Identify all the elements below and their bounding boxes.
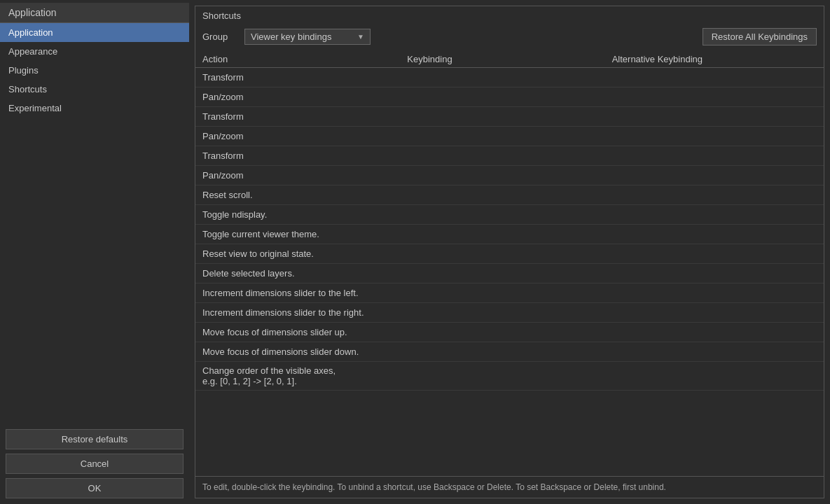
ok-button[interactable]: OK bbox=[6, 478, 184, 498]
action-cell: Delete selected layers. bbox=[202, 268, 407, 279]
col-keybinding: Keybinding bbox=[407, 54, 611, 64]
restore-defaults-button[interactable]: Restore defaults bbox=[6, 429, 184, 449]
main-content: Shortcuts Group Viewer key bindings ▼ Re… bbox=[189, 0, 830, 504]
sidebar-nav: ApplicationAppearancePluginsShortcutsExp… bbox=[0, 23, 189, 118]
action-cell: Change order of the visible axes, e.g. [… bbox=[202, 365, 407, 386]
table-row[interactable]: Move focus of dimensions slider up. bbox=[195, 323, 824, 342]
group-label: Group bbox=[202, 31, 237, 42]
table-row[interactable]: Delete selected layers. bbox=[195, 264, 824, 284]
action-cell: Pan/zoom bbox=[202, 131, 407, 141]
action-cell: Transform bbox=[202, 150, 407, 161]
action-cell: Reset view to original state. bbox=[202, 248, 407, 259]
group-dropdown[interactable]: Viewer key bindings ▼ bbox=[244, 29, 371, 45]
table-row[interactable]: Pan/zoom bbox=[195, 127, 824, 146]
table-row[interactable]: Reset scroll. bbox=[195, 186, 824, 205]
action-cell: Pan/zoom bbox=[202, 170, 407, 181]
table-body[interactable]: TransformPan/zoomTransformPan/zoomTransf… bbox=[195, 68, 824, 476]
table-row[interactable]: Transform bbox=[195, 146, 824, 166]
table-row[interactable]: Increment dimensions slider to the right… bbox=[195, 303, 824, 323]
table-row[interactable]: Change order of the visible axes, e.g. [… bbox=[195, 362, 824, 391]
app-title: Application bbox=[0, 3, 189, 23]
table-row[interactable]: Move focus of dimensions slider down. bbox=[195, 342, 824, 362]
action-cell: Move focus of dimensions slider down. bbox=[202, 346, 407, 357]
sidebar-item-plugins[interactable]: Plugins bbox=[0, 61, 189, 80]
table-row[interactable]: Toggle current viewer theme. bbox=[195, 225, 824, 244]
table-header: Action Keybinding Alternative Keybinding bbox=[195, 51, 824, 68]
restore-all-keybindings-button[interactable]: Restore All Keybindings bbox=[703, 28, 817, 46]
app-container: Application ApplicationAppearancePlugins… bbox=[0, 0, 830, 504]
action-cell: Transform bbox=[202, 111, 407, 122]
cancel-button[interactable]: Cancel bbox=[6, 454, 184, 474]
group-dropdown-value: Viewer key bindings bbox=[251, 31, 331, 42]
action-cell: Toggle current viewer theme. bbox=[202, 229, 407, 239]
table-row[interactable]: Transform bbox=[195, 107, 824, 127]
group-row: Group Viewer key bindings ▼ Restore All … bbox=[195, 25, 824, 51]
table-row[interactable]: Pan/zoom bbox=[195, 88, 824, 107]
sidebar-item-appearance[interactable]: Appearance bbox=[0, 42, 189, 61]
shortcuts-panel: Shortcuts Group Viewer key bindings ▼ Re… bbox=[195, 6, 824, 498]
action-cell: Toggle ndisplay. bbox=[202, 209, 407, 220]
table-row[interactable]: Toggle ndisplay. bbox=[195, 205, 824, 225]
table-row[interactable]: Increment dimensions slider to the left. bbox=[195, 284, 824, 303]
col-action: Action bbox=[202, 54, 407, 64]
action-cell: Reset scroll. bbox=[202, 190, 407, 200]
action-cell: Pan/zoom bbox=[202, 92, 407, 102]
chevron-down-icon: ▼ bbox=[357, 33, 364, 41]
panel-title: Shortcuts bbox=[195, 6, 824, 25]
sidebar-bottom: Restore defaults Cancel OK bbox=[0, 424, 189, 504]
action-cell: Increment dimensions slider to the left. bbox=[202, 288, 407, 298]
sidebar-item-application[interactable]: Application bbox=[0, 23, 189, 42]
action-cell: Transform bbox=[202, 72, 407, 83]
table-row[interactable]: Pan/zoom bbox=[195, 166, 824, 186]
action-cell: Move focus of dimensions slider up. bbox=[202, 327, 407, 337]
action-cell: Increment dimensions slider to the right… bbox=[202, 307, 407, 318]
footer-note: To edit, double-click the keybinding. To… bbox=[195, 476, 824, 498]
sidebar-item-shortcuts[interactable]: Shortcuts bbox=[0, 80, 189, 99]
table-row[interactable]: Transform bbox=[195, 68, 824, 88]
sidebar-item-experimental[interactable]: Experimental bbox=[0, 99, 189, 118]
sidebar: Application ApplicationAppearancePlugins… bbox=[0, 0, 189, 504]
table-row[interactable]: Reset view to original state. bbox=[195, 244, 824, 264]
col-alternative: Alternative Keybinding bbox=[612, 54, 817, 64]
